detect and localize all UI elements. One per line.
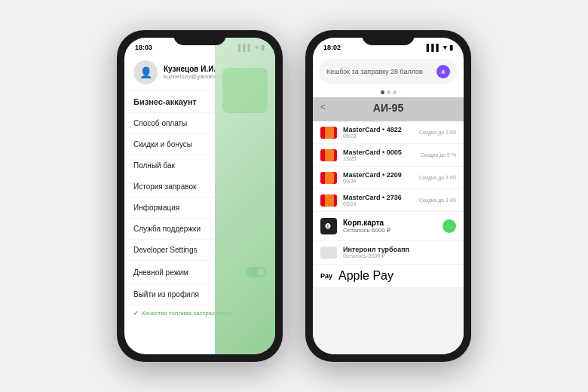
card-date-1: 09/23: [343, 133, 413, 139]
cashback-add-button[interactable]: +: [436, 65, 450, 78]
dot-3: [393, 90, 397, 94]
card-item-3[interactable]: MasterCard • 2209 09/26 Скидка до 3 Кб: [313, 167, 464, 188]
card-name-1: MasterCard • 4822: [343, 126, 413, 133]
corp-icon: 🅒: [320, 218, 337, 234]
turbo-name: Интероил турбоапп: [343, 246, 456, 253]
notch-1: [173, 30, 226, 45]
card-date-3: 09/26: [343, 179, 413, 184]
status-icons-2: ▌▌▌ ▾ ▮: [427, 44, 453, 51]
dots-indicator: [313, 87, 464, 97]
cards-list: MasterCard • 4822 09/23 Скидка до 3 Кб M…: [313, 121, 464, 354]
wifi-icon-2: ▾: [443, 44, 447, 51]
turbo-info: Интероил турбоапп Осталось-2000 ₽: [343, 246, 456, 259]
phone-2: 18:02 ▌▌▌ ▾ ▮ Кешбэк за заправку 28 балл…: [305, 30, 471, 362]
mastercard-icon-3: [320, 172, 337, 184]
corp-info: Корп.карта Осталось 6000 ₽: [343, 219, 436, 234]
cashback-text: Кешбэк за заправку 28 баллов: [326, 68, 423, 75]
avatar: 👤: [133, 60, 158, 84]
map-overlay: [215, 38, 275, 354]
corp-name: Корп.карта: [343, 219, 436, 227]
card-item-1[interactable]: MasterCard • 4822 09/23 Скидка до 3 Кб: [313, 121, 464, 143]
battery-icon-2: ▮: [449, 44, 453, 51]
card-info-3: MasterCard • 2209 09/26: [343, 171, 413, 184]
dot-2: [387, 90, 390, 94]
cashback-bar[interactable]: Кешбэк за заправку 28 баллов +: [319, 59, 458, 84]
apple-pay-logo: Pay: [320, 272, 332, 280]
card-date-4: 03/24: [343, 201, 413, 207]
card-discount-4: Скидка до 3 Кб: [419, 198, 456, 203]
apple-pay-label: Apple Pay: [338, 269, 394, 283]
dot-1: [381, 90, 384, 94]
corp-card[interactable]: 🅒 Корп.карта Осталось 6000 ₽: [313, 212, 464, 240]
card-info-4: MasterCard • 2736 03/24: [343, 194, 413, 207]
mastercard-icon-4: [320, 194, 337, 207]
signal-icon-2: ▌▌▌: [427, 44, 441, 51]
card-name-3: MasterCard • 2209: [343, 171, 413, 179]
mastercard-icon-2: [320, 149, 337, 161]
card-discount-3: Скидка до 3 Кб: [419, 175, 456, 180]
turbo-balance: Осталось-2000 ₽: [343, 253, 456, 259]
apple-pay-item[interactable]: Pay Apple Pay: [313, 265, 464, 287]
card-info-1: MasterCard • 4822 09/23: [343, 126, 413, 139]
card-discount-2: Скидка до 5 %: [421, 152, 456, 158]
time-1: 18:03: [135, 44, 152, 51]
card-item-2[interactable]: MasterCard • 0005 12/23 Скидка до 5 %: [313, 144, 464, 166]
map-content: [222, 68, 268, 113]
time-2: 18:02: [323, 44, 341, 51]
turbo-icon: [320, 247, 337, 259]
corp-balance: Осталось 6000 ₽: [343, 227, 436, 234]
card-info-2: MasterCard • 0005 12/23: [343, 149, 415, 161]
turbo-item[interactable]: Интероил турбоапп Осталось-2000 ₽: [313, 241, 464, 264]
corp-selected-dot: [443, 219, 456, 233]
card-name-4: MasterCard • 2736: [343, 194, 413, 201]
phone-1: 18:03 ▌▌▌ ▾ ▮ 👤 Кузнецов И.И. kuznetsov@…: [117, 30, 283, 362]
mastercard-icon-1: [320, 127, 337, 139]
phone-2-screen: 18:02 ▌▌▌ ▾ ▮ Кешбэк за заправку 28 балл…: [313, 38, 464, 354]
card-date-2: 12/23: [343, 156, 415, 161]
fuel-header: < АИ-95: [313, 97, 464, 121]
check-icon: ✔: [133, 310, 139, 317]
phone-1-screen: 18:03 ▌▌▌ ▾ ▮ 👤 Кузнецов И.И. kuznetsov@…: [124, 38, 275, 354]
back-button[interactable]: <: [320, 102, 326, 112]
card-name-2: MasterCard • 0005: [343, 149, 415, 156]
fuel-title: АИ-95: [320, 102, 456, 114]
card-discount-1: Скидка до 3 Кб: [419, 130, 456, 135]
notch-2: [362, 30, 415, 45]
card-item-4[interactable]: MasterCard • 2736 03/24 Скидка до 3 Кб: [313, 189, 464, 211]
